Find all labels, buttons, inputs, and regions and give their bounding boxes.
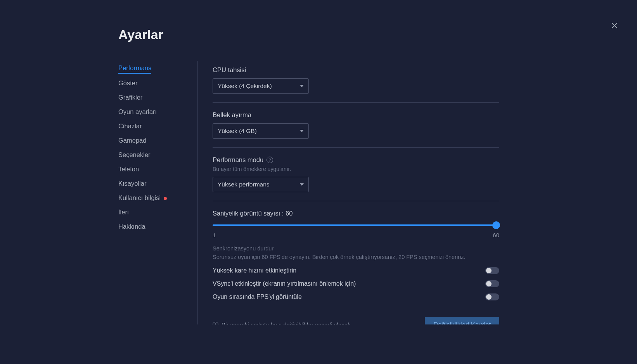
sidebar-item-cihazlar[interactable]: Cihazlar (118, 119, 142, 133)
settings-modal: Ayarlar Performans Göster Grafikler Oyun… (118, 27, 502, 324)
sidebar-item-goster[interactable]: Göster (118, 76, 138, 90)
chevron-down-icon (300, 85, 304, 87)
fps-slider[interactable] (213, 221, 499, 229)
notification-dot-icon (164, 197, 167, 200)
chevron-down-icon (300, 183, 304, 186)
sync-stop-label: Senkronizasyonu durdur (213, 245, 499, 252)
slider-track (213, 224, 499, 226)
info-note: i Bir sonraki açılışta bazı değişiklikle… (213, 321, 351, 324)
toggle-label-vsync: VSync'i etkinleştir (ekranın yırtılmasın… (213, 280, 356, 287)
sidebar: Performans Göster Grafikler Oyun ayarlar… (118, 61, 198, 324)
main-panel: CPU tahsisi Yüksek (4 Çekirdek) Bellek a… (198, 61, 502, 324)
sidebar-item-ileri[interactable]: İleri (118, 205, 129, 219)
toggle-knob (486, 281, 492, 286)
chevron-down-icon (300, 130, 304, 132)
close-icon (611, 22, 618, 29)
sidebar-item-performans[interactable]: Performans (118, 61, 151, 74)
toggle-vsync[interactable] (485, 280, 499, 287)
toggle-row-vsync: VSync'i etkinleştir (ekranın yırtılmasın… (213, 280, 499, 287)
sidebar-item-kullanici-bilgisi[interactable]: Kullanıcı bilgisi (118, 191, 161, 205)
sidebar-item-hakkinda[interactable]: Hakkında (118, 219, 145, 234)
fps-min: 1 (213, 232, 216, 238)
toggle-row-show-fps: Oyun sırasında FPS'yi görüntüle (213, 293, 499, 300)
perfmode-section: Performans modu ? Bu ayar tüm örneklere … (213, 147, 499, 201)
help-icon[interactable]: ? (267, 157, 273, 163)
memory-label: Bellek ayırma (213, 111, 499, 119)
toggle-label-high-fps: Yüksek kare hızını etkinleştirin (213, 267, 296, 274)
toggle-knob (486, 268, 492, 273)
sidebar-item-kisayollar[interactable]: Kısayollar (118, 176, 146, 191)
save-button[interactable]: Değişiklikleri Kaydet (425, 317, 499, 324)
cpu-select-value: Yüksek (4 Çekirdek) (218, 83, 272, 90)
memory-section: Bellek ayırma Yüksek (4 GB) (213, 102, 499, 147)
cpu-label: CPU tahsisi (213, 66, 499, 74)
sidebar-item-oyun-ayarlari[interactable]: Oyun ayarları (118, 105, 157, 119)
footer: i Bir sonraki açılışta bazı değişiklikle… (213, 317, 499, 324)
sidebar-item-secenekler[interactable]: Seçenekler (118, 148, 151, 162)
toggle-show-fps[interactable] (485, 293, 499, 300)
sidebar-item-gamepad[interactable]: Gamepad (118, 133, 146, 148)
sync-description: Sorunsuz oyun için 60 FPS'de oynayın. Bi… (213, 253, 499, 261)
toggle-row-high-fps: Yüksek kare hızını etkinleştirin (213, 267, 499, 274)
close-button[interactable] (608, 19, 621, 32)
cpu-select[interactable]: Yüksek (4 Çekirdek) (213, 78, 309, 94)
sidebar-item-telefon[interactable]: Telefon (118, 162, 139, 176)
cpu-section: CPU tahsisi Yüksek (4 Çekirdek) (213, 61, 499, 102)
memory-select-value: Yüksek (4 GB) (218, 128, 257, 135)
page-title: Ayarlar (118, 27, 502, 42)
toggle-high-fps[interactable] (485, 267, 499, 274)
fps-max: 60 (493, 232, 499, 238)
info-text: Bir sonraki açılışta bazı değişiklikler … (222, 321, 351, 324)
info-icon: i (213, 322, 218, 324)
slider-thumb[interactable] (492, 221, 500, 229)
fps-label: Saniyelik görüntü sayısı : 60 (213, 210, 499, 217)
perfmode-label: Performans modu (213, 156, 263, 164)
perfmode-select-value: Yüksek performans (218, 181, 270, 188)
perfmode-sublabel: Bu ayar tüm örneklere uygulanır. (213, 166, 499, 172)
toggle-knob (486, 294, 492, 300)
memory-select[interactable]: Yüksek (4 GB) (213, 123, 309, 139)
toggle-label-show-fps: Oyun sırasında FPS'yi görüntüle (213, 293, 302, 300)
perfmode-select[interactable]: Yüksek performans (213, 177, 309, 192)
fps-section: Saniyelik görüntü sayısı : 60 1 60 Senkr… (213, 201, 499, 300)
sidebar-item-grafikler[interactable]: Grafikler (118, 90, 142, 105)
